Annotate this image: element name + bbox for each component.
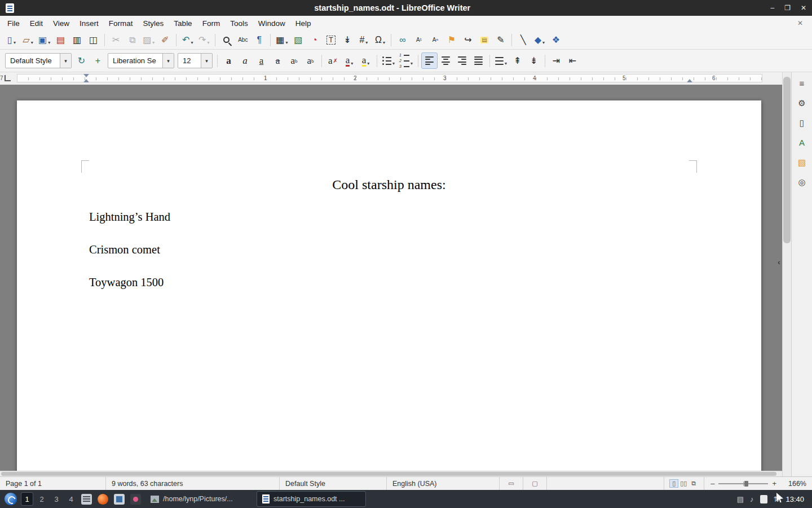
status-word-count[interactable]: 9 words, 63 characters — [106, 477, 280, 490]
clear-formatting-button[interactable]: a✗ — [325, 53, 341, 68]
status-selection-mode[interactable]: ▭ — [500, 477, 523, 490]
strikethrough-button[interactable]: a — [270, 53, 285, 68]
sidebar-collapse-button[interactable]: ‹ — [776, 254, 782, 270]
sidebar-navigator-button[interactable]: ◎ — [794, 174, 810, 190]
decrease-paragraph-spacing-button[interactable]: ⇟ — [526, 53, 541, 68]
increase-paragraph-spacing-button[interactable]: ⇞ — [510, 53, 525, 68]
clock[interactable]: 13:40 — [785, 495, 804, 503]
clone-formatting-button[interactable]: ✐ — [157, 32, 173, 47]
zoom-out-button[interactable]: – — [709, 479, 716, 488]
document-paragraph[interactable]: Lightning’s Hand — [89, 211, 689, 224]
paragraph-style-select[interactable]: Default Style ▾ — [5, 53, 72, 68]
menu-form[interactable]: Form — [197, 17, 226, 30]
print-preview-button[interactable]: ◫ — [86, 32, 101, 47]
font-color-button[interactable]: a▾ — [342, 53, 357, 68]
status-save-indicator[interactable]: ▢ — [523, 477, 547, 490]
insert-footnote-button[interactable]: A¹ — [411, 32, 426, 47]
document-page[interactable]: Cool starship names: Lightning’s Hand Cr… — [17, 100, 761, 471]
menu-table[interactable]: Table — [169, 17, 197, 30]
app-menu-icon[interactable] — [5, 493, 17, 505]
menu-tools[interactable]: Tools — [225, 17, 253, 30]
export-pdf-button[interactable]: ▤ — [53, 32, 68, 47]
print-button[interactable]: ▥ — [69, 32, 85, 47]
workspace-3-button[interactable]: 3 — [51, 493, 62, 505]
formatting-marks-button[interactable]: ¶ — [251, 32, 267, 47]
horizontal-scrollbar[interactable] — [0, 471, 782, 476]
chevron-down-icon[interactable]: ▾ — [60, 54, 71, 68]
zoom-percentage[interactable]: 166% — [783, 480, 812, 488]
open-button[interactable]: ▱▾ — [20, 32, 36, 47]
minimize-button[interactable]: – — [770, 4, 774, 12]
numbered-list-button[interactable]: ▾ — [398, 53, 414, 68]
zoom-slider-thumb[interactable] — [744, 481, 748, 487]
clipboard-tray-icon[interactable] — [760, 495, 767, 503]
taskbar-window-pictures[interactable]: /home/lynp/Pictures/... — [145, 492, 254, 506]
superscript-button[interactable]: ab — [286, 53, 302, 68]
update-style-button[interactable]: ↻ — [74, 53, 89, 68]
menu-help[interactable]: Help — [290, 17, 316, 30]
ruler-bar[interactable] — [17, 74, 762, 82]
document-paragraph[interactable]: Crismon comet — [89, 243, 689, 256]
insert-image-button[interactable]: ▧ — [290, 32, 306, 47]
vertical-scrollbar[interactable] — [782, 72, 791, 476]
volume-tray-icon[interactable]: ♪ — [750, 495, 754, 503]
menu-insert[interactable]: Insert — [74, 17, 104, 30]
paste-button[interactable]: ▨▾ — [141, 32, 156, 47]
insert-cross-reference-button[interactable]: ↪ — [460, 32, 475, 47]
align-left-button[interactable] — [422, 53, 437, 68]
status-page-style[interactable]: Default Style — [280, 477, 387, 490]
track-changes-button[interactable]: ✎ — [493, 32, 508, 47]
sidebar-settings-button[interactable]: ≡ — [794, 76, 810, 91]
insert-comment-button[interactable]: ▤ — [476, 32, 492, 47]
insert-endnote-button[interactable]: Aⁿ — [427, 32, 443, 47]
horizontal-ruler[interactable]: 1 2 3 4 5 6 7 — [0, 72, 782, 85]
horizontal-scrollbar-thumb[interactable] — [1, 472, 776, 476]
chevron-down-icon[interactable]: ▾ — [201, 54, 212, 68]
insert-bookmark-button[interactable]: ⚑ — [444, 32, 459, 47]
screenshot-launcher-icon[interactable] — [130, 494, 141, 505]
menu-file[interactable]: File — [2, 17, 25, 30]
insert-chart-button[interactable]: ◔ — [307, 32, 322, 47]
taskbar-window-writer[interactable]: startship_names.odt ... — [257, 492, 365, 506]
show-draw-functions-button[interactable]: ❖ — [548, 32, 563, 47]
italic-button[interactable]: a — [237, 53, 253, 68]
single-page-view-icon[interactable]: ▯ — [670, 480, 678, 487]
menu-styles[interactable]: Styles — [138, 17, 169, 30]
align-justify-button[interactable] — [471, 53, 486, 68]
zoom-slider[interactable] — [718, 483, 768, 484]
insert-line-button[interactable]: ╲ — [515, 32, 531, 47]
close-document-icon[interactable]: ✕ — [791, 19, 810, 27]
notes-tray-icon[interactable]: ▤ — [737, 495, 744, 503]
redo-button[interactable]: ↷▾ — [196, 32, 211, 47]
document-paragraph[interactable]: Toywagon 1500 — [89, 276, 689, 289]
align-right-button[interactable] — [454, 53, 470, 68]
book-view-icon[interactable]: ⧉ — [689, 480, 698, 487]
firefox-launcher-icon[interactable] — [98, 494, 108, 505]
close-button[interactable]: ✕ — [801, 4, 806, 12]
multi-page-view-icon[interactable]: ▯▯ — [678, 480, 689, 487]
chevron-down-icon[interactable]: ▾ — [162, 54, 174, 68]
status-language[interactable]: English (USA) — [387, 477, 500, 490]
sidebar-page-button[interactable]: ▯ — [794, 115, 810, 130]
line-spacing-button[interactable]: ▾ — [493, 53, 509, 68]
undo-button[interactable]: ↶▾ — [180, 32, 195, 47]
new-document-button[interactable]: ▯▾ — [4, 32, 19, 47]
menu-window[interactable]: Window — [253, 17, 290, 30]
menu-format[interactable]: Format — [104, 17, 138, 30]
special-character-button[interactable]: Ω▾ — [372, 32, 387, 47]
spelling-button[interactable]: Abc — [235, 32, 250, 47]
right-indent-marker[interactable] — [687, 79, 692, 82]
left-indent-marker[interactable] — [83, 79, 89, 82]
document-canvas[interactable]: Cool starship names: Lightning’s Hand Cr… — [0, 85, 782, 471]
highlight-color-button[interactable]: a▾ — [358, 53, 373, 68]
zoom-in-button[interactable]: + — [770, 479, 778, 488]
font-size-select[interactable]: 12 ▾ — [178, 53, 213, 68]
file-manager-launcher-icon[interactable] — [114, 494, 125, 505]
increase-indent-button[interactable]: ⇥ — [549, 53, 564, 68]
bold-button[interactable]: a — [221, 53, 236, 68]
new-style-button[interactable]: + — [90, 53, 105, 68]
insert-textbox-button[interactable]: T — [323, 32, 338, 47]
tab-stop-selector-icon[interactable] — [5, 75, 11, 81]
workspace-4-button[interactable]: 4 — [65, 493, 77, 505]
font-name-select[interactable]: Liberation Se ▾ — [108, 53, 174, 68]
